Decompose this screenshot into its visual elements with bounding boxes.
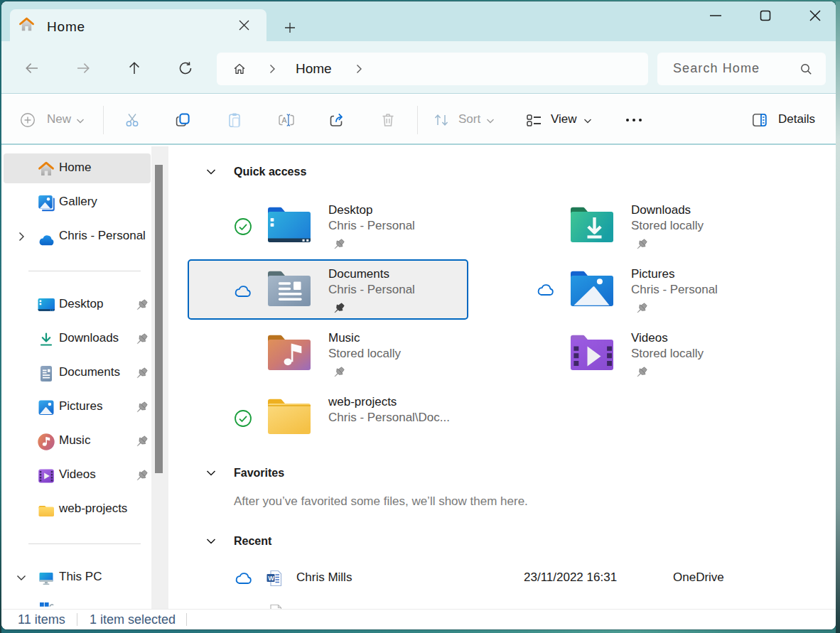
svg-text:A: A [282, 116, 287, 124]
svg-text:W: W [268, 575, 274, 582]
